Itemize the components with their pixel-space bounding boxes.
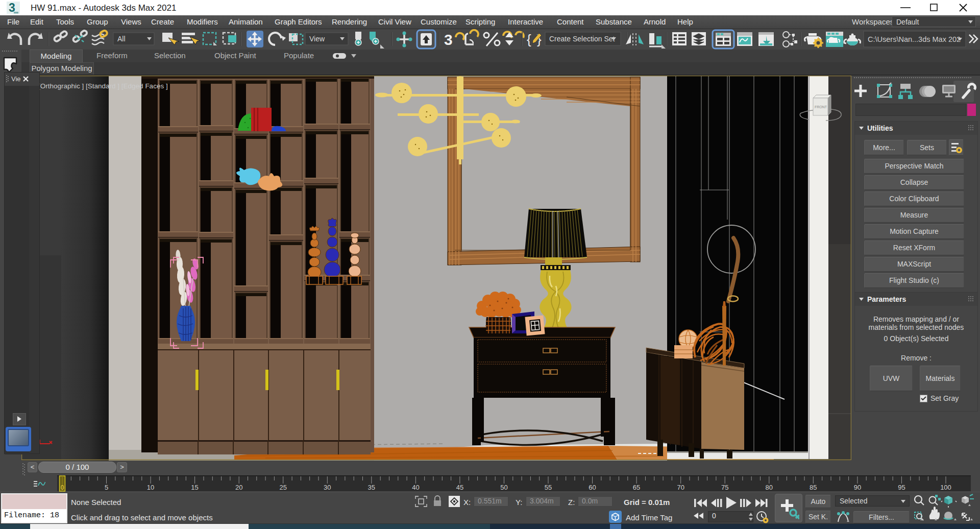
svg-text:95: 95 [898, 484, 905, 491]
svg-text:All: All [117, 35, 126, 43]
svg-text:15: 15 [191, 484, 198, 491]
svg-text:85: 85 [810, 484, 817, 491]
svg-text:FRONT: FRONT [815, 105, 827, 109]
svg-text:70: 70 [677, 484, 684, 491]
svg-text:100: 100 [940, 484, 951, 491]
svg-text:50: 50 [500, 484, 507, 491]
svg-text:60: 60 [589, 484, 596, 491]
svg-text:65: 65 [633, 484, 640, 491]
svg-text:90: 90 [854, 484, 861, 491]
svg-text:20: 20 [235, 484, 242, 491]
svg-text:10: 10 [147, 484, 154, 491]
svg-text:[Orthographic ] [Standard ] [E: [Orthographic ] [Standard ] [Edged Faces… [38, 82, 168, 90]
svg-text:55: 55 [545, 484, 552, 491]
svg-text:30: 30 [324, 484, 331, 491]
svg-text:75: 75 [721, 484, 728, 491]
svg-text:5: 5 [105, 484, 108, 491]
svg-text:45: 45 [456, 484, 463, 491]
svg-text:80: 80 [766, 484, 773, 491]
svg-text:0: 0 [61, 484, 64, 491]
svg-text:3: 3 [444, 31, 453, 48]
svg-text:40: 40 [412, 484, 419, 491]
svg-text:C:\Users\Nan...3ds Max 202: C:\Users\Nan...3ds Max 202 [868, 35, 961, 43]
svg-text:{: { [527, 32, 531, 47]
svg-text:Create Selection Set: Create Selection Set [549, 35, 615, 43]
svg-text:25: 25 [279, 484, 286, 491]
svg-text:View: View [309, 35, 325, 43]
svg-text:35: 35 [368, 484, 375, 491]
